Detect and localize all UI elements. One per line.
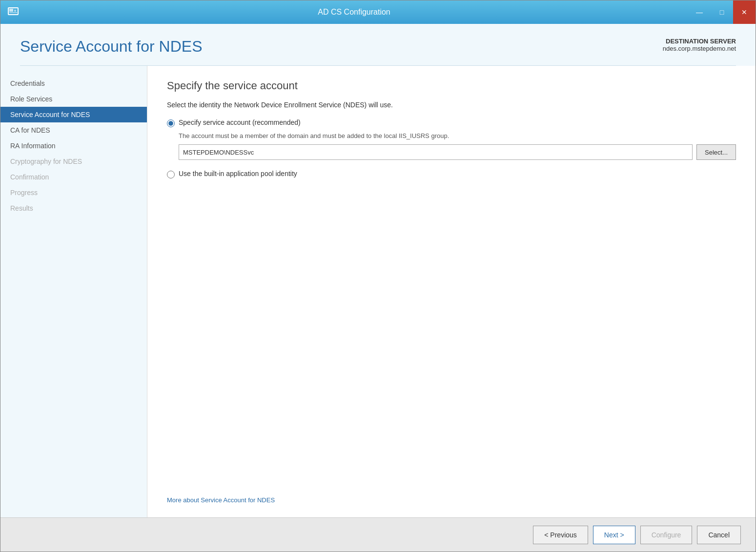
description: Select the identity the Network Device E… [167,101,736,109]
page-title: Service Account for NDES [20,38,202,56]
nav-item-credentials[interactable]: Credentials [0,76,147,91]
maximize-button[interactable]: □ [711,0,733,24]
radio-builtin[interactable] [167,171,175,178]
svg-rect-3 [14,10,16,12]
nav-item-cryptography-for-ndes: Cryptography for NDES [0,154,147,169]
nav-item-progress: Progress [0,185,147,200]
close-button[interactable]: ✕ [733,0,756,24]
nav-item-results: Results [0,200,147,216]
section-title: Specify the service account [167,79,736,92]
app-icon [6,5,20,19]
right-content: Specify the service account Select the i… [147,66,756,517]
right-content-inner: Specify the service account Select the i… [167,79,736,504]
nav-item-confirmation: Confirmation [0,169,147,185]
window-controls: — □ ✕ [688,0,756,24]
titlebar: AD CS Configuration — □ ✕ [0,0,756,24]
main-window: AD CS Configuration — □ ✕ Service Accoun… [0,0,756,552]
nav-item-ca-for-ndes[interactable]: CA for NDES [0,122,147,138]
destination-value: ndes.corp.mstepdemo.net [663,45,736,52]
minimize-button[interactable]: — [688,0,711,24]
radio-option-service-account: Specify service account (recommended) [167,118,736,127]
configure-button[interactable]: Configure [640,526,693,544]
nav-item-role-services[interactable]: Role Services [0,91,147,107]
next-button[interactable]: Next > [593,526,635,544]
account-input[interactable] [179,144,693,160]
account-input-row: Select... [179,144,736,160]
window-title: AD CS Configuration [20,8,688,17]
nav-item-ra-information[interactable]: RA Information [0,138,147,154]
cancel-button[interactable]: Cancel [697,526,741,544]
body-area: CredentialsRole ServicesService Account … [0,66,756,517]
radio-sublabel: The account must be a member of the doma… [179,132,736,139]
more-link[interactable]: More about Service Account for NDES [167,496,736,504]
radio-builtin-label[interactable]: Use the built-in application pool identi… [179,170,297,177]
destination-label: DESTINATION SERVER [663,38,736,45]
previous-button[interactable]: < Previous [533,526,588,544]
main-content: Service Account for NDES DESTINATION SER… [0,24,756,517]
select-button[interactable]: Select... [696,144,736,160]
nav-item-service-account-for-ndes[interactable]: Service Account for NDES [0,107,147,122]
spacer [167,193,736,496]
radio-option-builtin: Use the built-in application pool identi… [167,170,736,178]
radio-service-account[interactable] [167,119,175,127]
left-nav: CredentialsRole ServicesService Account … [0,66,147,517]
radio-group: Specify service account (recommended) Th… [167,118,736,183]
footer: < Previous Next > Configure Cancel [0,517,756,552]
header-area: Service Account for NDES DESTINATION SER… [0,24,756,65]
radio-service-account-label[interactable]: Specify service account (recommended) [179,118,301,126]
destination-server: DESTINATION SERVER ndes.corp.mstepdemo.n… [663,38,736,52]
svg-rect-1 [9,9,13,12]
